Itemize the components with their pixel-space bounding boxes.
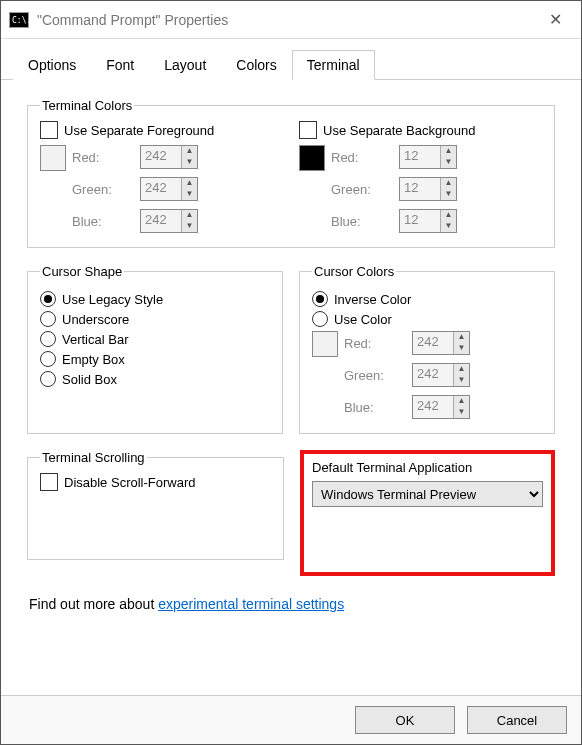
link-prefix: Find out more about [29,596,158,612]
link-experimental-settings[interactable]: experimental terminal settings [158,596,344,612]
radio-use-color[interactable] [312,311,328,327]
highlight-default-terminal: Default Terminal Application Windows Ter… [300,450,555,576]
tab-content: Terminal Colors Use Separate Foreground … [1,80,581,695]
spin-cursor-blue[interactable]: 242▲▼ [412,395,470,419]
radio-empty-box[interactable] [40,351,56,367]
combo-default-terminal[interactable]: Windows Terminal Preview [312,481,543,507]
radio-inverse-color[interactable] [312,291,328,307]
tab-strip: Options Font Layout Colors Terminal [1,39,581,80]
lbl-inverse-color: Inverse Color [334,292,411,307]
lbl-separate-fg: Use Separate Foreground [64,123,214,138]
tab-font[interactable]: Font [91,50,149,80]
titlebar: C:\. "Command Prompt" Properties ✕ [1,1,581,39]
chk-separate-bg[interactable] [299,121,317,139]
spin-bg-red[interactable]: 12▲▼ [399,145,457,169]
chk-separate-fg[interactable] [40,121,58,139]
lbl-separate-bg: Use Separate Background [323,123,475,138]
group-terminal-colors: Terminal Colors Use Separate Foreground … [27,98,555,248]
spin-cursor-red[interactable]: 242▲▼ [412,331,470,355]
lbl-bg-green: Green: [331,182,391,197]
group-cursor-shape: Cursor Shape Use Legacy Style Underscore… [27,264,283,434]
lbl-disable-scroll-forward: Disable Scroll-Forward [64,475,195,490]
lbl-solid-box: Solid Box [62,372,117,387]
tab-colors[interactable]: Colors [221,50,291,80]
lbl-legacy: Use Legacy Style [62,292,163,307]
lbl-empty-box: Empty Box [62,352,125,367]
legend-scrolling: Terminal Scrolling [40,450,147,465]
lbl-use-color: Use Color [334,312,392,327]
lbl-fg-blue: Blue: [72,214,132,229]
spin-cursor-green[interactable]: 242▲▼ [412,363,470,387]
legend-cursor-colors: Cursor Colors [312,264,396,279]
group-default-terminal: Default Terminal Application Windows Ter… [312,460,543,507]
spin-bg-blue[interactable]: 12▲▼ [399,209,457,233]
dialog-footer: OK Cancel [1,695,581,744]
swatch-bg[interactable] [299,145,325,171]
link-line: Find out more about experimental termina… [29,596,553,612]
properties-window: C:\. "Command Prompt" Properties ✕ Optio… [0,0,582,745]
legend-terminal-colors: Terminal Colors [40,98,134,113]
bg-column: Use Separate Background Red: 12▲▼ Green:… [299,121,542,233]
window-title: "Command Prompt" Properties [37,12,533,28]
cancel-button[interactable]: Cancel [467,706,567,734]
legend-default-terminal: Default Terminal Application [312,460,543,475]
ok-button[interactable]: OK [355,706,455,734]
lbl-cursor-blue: Blue: [344,400,404,415]
radio-vertical-bar[interactable] [40,331,56,347]
spin-fg-blue[interactable]: 242▲▼ [140,209,198,233]
radio-solid-box[interactable] [40,371,56,387]
lbl-cursor-green: Green: [344,368,404,383]
spin-bg-green[interactable]: 12▲▼ [399,177,457,201]
group-terminal-scrolling: Terminal Scrolling Disable Scroll-Forwar… [27,450,284,560]
radio-underscore[interactable] [40,311,56,327]
lbl-cursor-red: Red: [344,336,404,351]
tab-terminal[interactable]: Terminal [292,50,375,80]
lbl-vertical-bar: Vertical Bar [62,332,128,347]
swatch-cursor[interactable] [312,331,338,357]
spin-fg-green[interactable]: 242▲▼ [140,177,198,201]
lbl-underscore: Underscore [62,312,129,327]
radio-legacy[interactable] [40,291,56,307]
close-icon[interactable]: ✕ [533,5,577,35]
lbl-bg-red: Red: [331,150,391,165]
fg-column: Use Separate Foreground Red: 242▲▼ Green… [40,121,283,233]
chevron-down-icon: ▼ [182,157,197,168]
lbl-fg-green: Green: [72,182,132,197]
lbl-fg-red: Red: [72,150,132,165]
chk-disable-scroll-forward[interactable] [40,473,58,491]
group-cursor-colors: Cursor Colors Inverse Color Use Color Re… [299,264,555,434]
swatch-fg[interactable] [40,145,66,171]
tab-options[interactable]: Options [13,50,91,80]
chevron-up-icon: ▲ [182,146,197,157]
tab-layout[interactable]: Layout [149,50,221,80]
spin-fg-red[interactable]: 242▲▼ [140,145,198,169]
app-icon: C:\. [9,12,29,28]
lbl-bg-blue: Blue: [331,214,391,229]
legend-cursor-shape: Cursor Shape [40,264,124,279]
